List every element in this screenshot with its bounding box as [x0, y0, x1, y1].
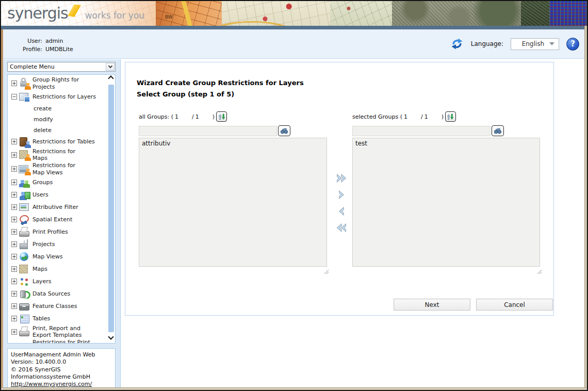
expand-icon[interactable]: + — [11, 152, 17, 158]
user-label: User: — [23, 38, 42, 44]
expand-icon[interactable]: + — [11, 303, 17, 309]
all-groups-find-button[interactable] — [278, 125, 290, 136]
tree-item[interactable]: +Users — [9, 189, 106, 201]
expand-icon[interactable]: + — [11, 192, 17, 198]
tree-item[interactable]: +Print Profiles — [9, 226, 106, 238]
list-item[interactable]: test — [353, 138, 540, 148]
expand-icon[interactable]: + — [11, 291, 17, 297]
tree-subitem-delete[interactable]: delete — [9, 125, 106, 136]
tree-item-label[interactable]: Feature Classes — [32, 303, 77, 310]
tree-item-label[interactable]: Print Profiles — [32, 229, 68, 236]
tree-item-label[interactable]: Restrictions for Tables — [32, 138, 95, 145]
map-banner-segment-aerial — [392, 1, 521, 26]
tree-item-label[interactable]: Restrictions for Layers — [32, 93, 96, 101]
tree-item[interactable]: +Map Views — [9, 251, 106, 263]
resize-grip-icon[interactable] — [323, 269, 329, 274]
tree-item[interactable]: +Groups — [9, 176, 106, 189]
expand-icon[interactable]: + — [11, 316, 17, 321]
help-button[interactable]: ? — [566, 38, 579, 51]
tree-item[interactable]: +Tables — [9, 313, 106, 325]
tree-subitem-create[interactable]: create — [9, 103, 106, 114]
tree-item-label[interactable]: Maps — [32, 266, 47, 273]
restrictions-layers-icon — [19, 91, 30, 103]
tree-item[interactable]: +Spatial Extent — [9, 214, 106, 226]
tree-item-label[interactable]: Groups — [32, 179, 53, 186]
move-all-left-button[interactable] — [335, 222, 348, 233]
tree-item[interactable]: +Data Sources — [9, 288, 106, 300]
tree-item[interactable]: +Maps — [9, 263, 106, 275]
scroll-up-icon[interactable] — [108, 75, 113, 81]
expand-icon[interactable]: + — [11, 266, 17, 272]
tree-item-label[interactable]: Tables — [32, 315, 50, 322]
language-select[interactable]: English — [511, 38, 559, 50]
map-banner-segment-streetmap — [222, 1, 330, 26]
tree-item[interactable]: +Print, Report andExport Templates — [9, 325, 106, 339]
tree-item-label[interactable]: Data Sources — [32, 290, 70, 298]
all-groups-total-count: 1 — [194, 113, 213, 120]
tree-item-label[interactable]: Group Rights for Projects — [32, 76, 97, 91]
all-groups-sort-button[interactable] — [216, 111, 227, 122]
tree-item[interactable]: +Group Rights for Projects — [9, 76, 106, 91]
selected-groups-find-button[interactable] — [492, 125, 504, 136]
tree-item[interactable]: +Restrictions for Tables — [9, 136, 106, 148]
expand-icon[interactable]: + — [11, 80, 17, 86]
tree-scrollbar[interactable] — [107, 75, 115, 343]
scrollbar-thumb[interactable] — [108, 85, 114, 332]
select-dropdown-button[interactable] — [106, 63, 115, 71]
tree-item-label[interactable]: Attributive Filter — [32, 204, 78, 211]
expand-icon[interactable]: + — [11, 343, 17, 344]
next-button[interactable]: Next — [394, 299, 470, 311]
tree-item[interactable]: +Attributive Filter — [9, 201, 106, 214]
expand-icon[interactable]: + — [11, 139, 17, 144]
selected-groups-sort-button[interactable] — [445, 111, 456, 122]
tree-item[interactable]: +Restrictions forMaps — [9, 148, 106, 162]
tree-item-label[interactable]: Print, Report andExport Templates — [32, 325, 81, 339]
resize-grip-icon[interactable] — [536, 269, 542, 274]
collapse-icon[interactable]: − — [11, 94, 17, 100]
menu-filter-select[interactable]: Complete Menu — [7, 62, 116, 72]
tree-item-label[interactable]: Projects — [32, 241, 55, 248]
tree-item-label[interactable]: Layers — [32, 278, 51, 285]
tree-item-label[interactable]: Map Views — [32, 253, 63, 260]
selected-groups-search-input[interactable] — [352, 126, 491, 136]
tree-item[interactable]: +Layers — [9, 275, 106, 288]
window-frame-right — [584, 26, 587, 390]
chevron-down-icon — [549, 42, 554, 45]
expand-icon[interactable]: + — [11, 229, 17, 235]
list-item[interactable]: attributiv — [139, 138, 326, 148]
cancel-button[interactable]: Cancel — [476, 299, 553, 311]
expand-icon[interactable]: + — [11, 166, 17, 172]
expand-icon[interactable]: + — [11, 241, 17, 247]
expand-icon[interactable]: + — [11, 254, 17, 259]
tree-item-label[interactable]: Restrictions forMap Views — [32, 162, 75, 176]
tree-subitem-modify[interactable]: modify — [9, 114, 106, 125]
expand-icon[interactable]: + — [11, 329, 17, 335]
all-groups-search-input[interactable] — [139, 126, 277, 136]
tree-item[interactable]: +Restrictions forMap Views — [9, 162, 106, 176]
footer-website-link[interactable]: http://www.mysynergis.com/ — [11, 381, 92, 387]
expand-icon[interactable]: + — [11, 180, 17, 185]
move-all-right-button[interactable] — [335, 173, 348, 184]
tree-item-label[interactable]: Restrictions forMaps — [32, 148, 75, 162]
window-frame-bottom — [1, 387, 587, 390]
tree-item[interactable]: +Feature Classes — [9, 300, 106, 313]
tree-item-label[interactable]: Users — [32, 191, 48, 199]
tree-item[interactable]: −Restrictions for Layers — [9, 91, 106, 103]
map-views-icon — [19, 251, 30, 263]
move-left-button[interactable] — [335, 206, 348, 217]
expand-icon[interactable]: + — [11, 279, 17, 284]
wizard-right-list[interactable]: test — [352, 138, 540, 267]
scroll-down-icon[interactable] — [108, 334, 113, 339]
wizard-left-list[interactable]: attributiv — [139, 138, 327, 267]
all-groups-label: all Groups: ( — [139, 113, 173, 120]
tree-item-label[interactable]: Spatial Extent — [32, 216, 72, 223]
menu-tree: +Group Rights for Projects−Restrictions … — [8, 76, 106, 343]
expand-icon[interactable]: + — [11, 204, 17, 210]
map-banner-segment-forest — [521, 1, 549, 26]
tree-item-label[interactable]: Restrictions for Print,Report and Export — [32, 339, 92, 344]
refresh-button[interactable] — [450, 37, 464, 51]
tree-item[interactable]: +Projects — [9, 238, 106, 251]
expand-icon[interactable]: + — [11, 217, 17, 222]
move-right-button[interactable] — [335, 189, 348, 200]
tree-item[interactable]: +Restrictions for Print,Report and Expor… — [9, 339, 106, 344]
